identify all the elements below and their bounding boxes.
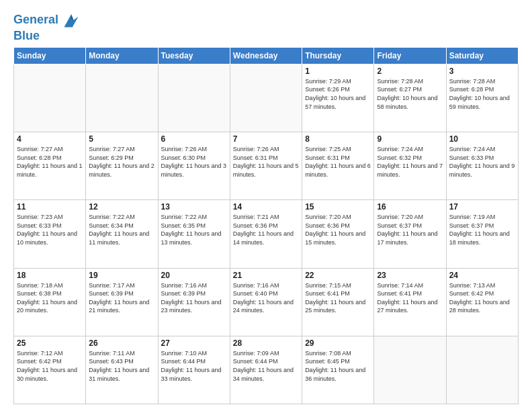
day-info: Sunrise: 7:22 AM Sunset: 6:34 PM Dayligh…: [89, 213, 154, 246]
calendar-cell: 14Sunrise: 7:21 AM Sunset: 6:36 PM Dayli…: [230, 200, 302, 268]
day-number: 29: [305, 338, 371, 348]
calendar-cell: 7Sunrise: 7:26 AM Sunset: 6:31 PM Daylig…: [230, 132, 302, 200]
day-number: 11: [17, 202, 83, 212]
day-header-tuesday: Tuesday: [158, 47, 230, 64]
calendar-cell: 9Sunrise: 7:24 AM Sunset: 6:32 PM Daylig…: [374, 132, 446, 200]
day-info: Sunrise: 7:28 AM Sunset: 6:28 PM Dayligh…: [449, 77, 515, 111]
day-number: 12: [89, 202, 154, 212]
day-info: Sunrise: 7:21 AM Sunset: 6:36 PM Dayligh…: [233, 213, 299, 246]
calendar-cell: 17Sunrise: 7:19 AM Sunset: 6:37 PM Dayli…: [446, 200, 518, 268]
day-info: Sunrise: 7:27 AM Sunset: 6:29 PM Dayligh…: [89, 145, 154, 179]
day-number: 26: [89, 338, 154, 348]
day-info: Sunrise: 7:25 AM Sunset: 6:31 PM Dayligh…: [305, 145, 371, 179]
calendar-cell: 28Sunrise: 7:09 AM Sunset: 6:44 PM Dayli…: [230, 336, 302, 404]
calendar-cell: 2Sunrise: 7:28 AM Sunset: 6:27 PM Daylig…: [374, 64, 446, 132]
calendar-week-0: 1Sunrise: 7:29 AM Sunset: 6:26 PM Daylig…: [14, 64, 519, 132]
day-number: 19: [89, 271, 154, 280]
calendar-cell: 4Sunrise: 7:27 AM Sunset: 6:28 PM Daylig…: [14, 132, 86, 200]
calendar-cell: 16Sunrise: 7:20 AM Sunset: 6:37 PM Dayli…: [374, 200, 446, 268]
calendar-cell: 25Sunrise: 7:12 AM Sunset: 6:42 PM Dayli…: [14, 336, 86, 404]
day-info: Sunrise: 7:16 AM Sunset: 6:39 PM Dayligh…: [161, 281, 227, 315]
calendar-cell: 24Sunrise: 7:13 AM Sunset: 6:42 PM Dayli…: [446, 268, 518, 336]
calendar-cell: 27Sunrise: 7:10 AM Sunset: 6:44 PM Dayli…: [158, 336, 230, 404]
calendar-cell: 21Sunrise: 7:16 AM Sunset: 6:40 PM Dayli…: [230, 268, 302, 336]
day-number: 7: [233, 134, 299, 144]
calendar-cell: 20Sunrise: 7:16 AM Sunset: 6:39 PM Dayli…: [158, 268, 230, 336]
day-number: 17: [449, 202, 515, 212]
calendar-cell: 5Sunrise: 7:27 AM Sunset: 6:29 PM Daylig…: [86, 132, 158, 200]
calendar-cell: [230, 64, 302, 132]
calendar-cell: [86, 64, 158, 132]
calendar-header-row: SundayMondayTuesdayWednesdayThursdayFrid…: [14, 47, 519, 64]
calendar-cell: 11Sunrise: 7:23 AM Sunset: 6:33 PM Dayli…: [14, 200, 86, 268]
day-number: 2: [377, 66, 443, 76]
logo: General Blue: [13, 11, 81, 43]
day-info: Sunrise: 7:15 AM Sunset: 6:41 PM Dayligh…: [305, 281, 371, 315]
calendar-cell: 12Sunrise: 7:22 AM Sunset: 6:34 PM Dayli…: [86, 200, 158, 268]
day-info: Sunrise: 7:29 AM Sunset: 6:26 PM Dayligh…: [305, 77, 371, 111]
logo-bird-icon: [62, 11, 81, 30]
day-number: 6: [161, 134, 227, 144]
day-header-saturday: Saturday: [446, 47, 518, 64]
day-number: 1: [305, 66, 371, 76]
day-info: Sunrise: 7:08 AM Sunset: 6:45 PM Dayligh…: [305, 349, 371, 383]
day-number: 21: [233, 271, 299, 280]
day-info: Sunrise: 7:10 AM Sunset: 6:44 PM Dayligh…: [161, 349, 227, 383]
day-info: Sunrise: 7:16 AM Sunset: 6:40 PM Dayligh…: [233, 281, 299, 315]
calendar-cell: 3Sunrise: 7:28 AM Sunset: 6:28 PM Daylig…: [446, 64, 518, 132]
day-header-friday: Friday: [374, 47, 446, 64]
day-number: 3: [449, 66, 515, 76]
day-info: Sunrise: 7:17 AM Sunset: 6:39 PM Dayligh…: [89, 281, 154, 315]
day-info: Sunrise: 7:09 AM Sunset: 6:44 PM Dayligh…: [233, 349, 299, 383]
calendar-week-4: 25Sunrise: 7:12 AM Sunset: 6:42 PM Dayli…: [14, 336, 519, 404]
day-number: 28: [233, 338, 299, 348]
calendar-cell: 18Sunrise: 7:18 AM Sunset: 6:38 PM Dayli…: [14, 268, 86, 336]
day-header-thursday: Thursday: [302, 47, 374, 64]
calendar-cell: 6Sunrise: 7:26 AM Sunset: 6:30 PM Daylig…: [158, 132, 230, 200]
day-info: Sunrise: 7:13 AM Sunset: 6:42 PM Dayligh…: [449, 281, 515, 315]
day-info: Sunrise: 7:14 AM Sunset: 6:41 PM Dayligh…: [377, 281, 443, 315]
day-info: Sunrise: 7:20 AM Sunset: 6:36 PM Dayligh…: [305, 213, 371, 246]
calendar-week-1: 4Sunrise: 7:27 AM Sunset: 6:28 PM Daylig…: [14, 132, 519, 200]
day-number: 10: [449, 134, 515, 144]
day-number: 27: [161, 338, 227, 348]
calendar-week-3: 18Sunrise: 7:18 AM Sunset: 6:38 PM Dayli…: [14, 268, 519, 336]
calendar-cell: 26Sunrise: 7:11 AM Sunset: 6:43 PM Dayli…: [86, 336, 158, 404]
day-number: 13: [161, 202, 227, 212]
day-info: Sunrise: 7:26 AM Sunset: 6:31 PM Dayligh…: [233, 145, 299, 179]
calendar-cell: 29Sunrise: 7:08 AM Sunset: 6:45 PM Dayli…: [302, 336, 374, 404]
day-header-monday: Monday: [86, 47, 158, 64]
day-number: 23: [377, 271, 443, 280]
day-number: 9: [377, 134, 443, 144]
day-info: Sunrise: 7:24 AM Sunset: 6:32 PM Dayligh…: [377, 145, 443, 179]
day-info: Sunrise: 7:20 AM Sunset: 6:37 PM Dayligh…: [377, 213, 443, 246]
logo-blue-text: Blue: [13, 30, 81, 43]
day-number: 5: [89, 134, 154, 144]
calendar-cell: 19Sunrise: 7:17 AM Sunset: 6:39 PM Dayli…: [86, 268, 158, 336]
day-number: 15: [305, 202, 371, 212]
day-number: 20: [161, 271, 227, 280]
calendar-week-2: 11Sunrise: 7:23 AM Sunset: 6:33 PM Dayli…: [14, 200, 519, 268]
day-number: 22: [305, 271, 371, 280]
calendar-cell: [158, 64, 230, 132]
day-info: Sunrise: 7:27 AM Sunset: 6:28 PM Dayligh…: [17, 145, 83, 179]
day-number: 4: [17, 134, 83, 144]
calendar-cell: 23Sunrise: 7:14 AM Sunset: 6:41 PM Dayli…: [374, 268, 446, 336]
calendar-cell: 8Sunrise: 7:25 AM Sunset: 6:31 PM Daylig…: [302, 132, 374, 200]
day-info: Sunrise: 7:18 AM Sunset: 6:38 PM Dayligh…: [17, 281, 83, 315]
logo-text: General: [13, 13, 58, 27]
day-header-sunday: Sunday: [14, 47, 86, 64]
day-number: 16: [377, 202, 443, 212]
calendar-cell: [374, 336, 446, 404]
day-info: Sunrise: 7:11 AM Sunset: 6:43 PM Dayligh…: [89, 349, 154, 383]
calendar-table: SundayMondayTuesdayWednesdayThursdayFrid…: [13, 47, 519, 404]
day-info: Sunrise: 7:23 AM Sunset: 6:33 PM Dayligh…: [17, 213, 83, 246]
day-info: Sunrise: 7:12 AM Sunset: 6:42 PM Dayligh…: [17, 349, 83, 383]
day-info: Sunrise: 7:26 AM Sunset: 6:30 PM Dayligh…: [161, 145, 227, 179]
day-info: Sunrise: 7:22 AM Sunset: 6:35 PM Dayligh…: [161, 213, 227, 246]
header: General Blue: [13, 11, 519, 43]
day-header-wednesday: Wednesday: [230, 47, 302, 64]
day-number: 24: [449, 271, 515, 280]
calendar-cell: 13Sunrise: 7:22 AM Sunset: 6:35 PM Dayli…: [158, 200, 230, 268]
page: General Blue SundayMondayTuesdayWednesda…: [0, 0, 532, 411]
